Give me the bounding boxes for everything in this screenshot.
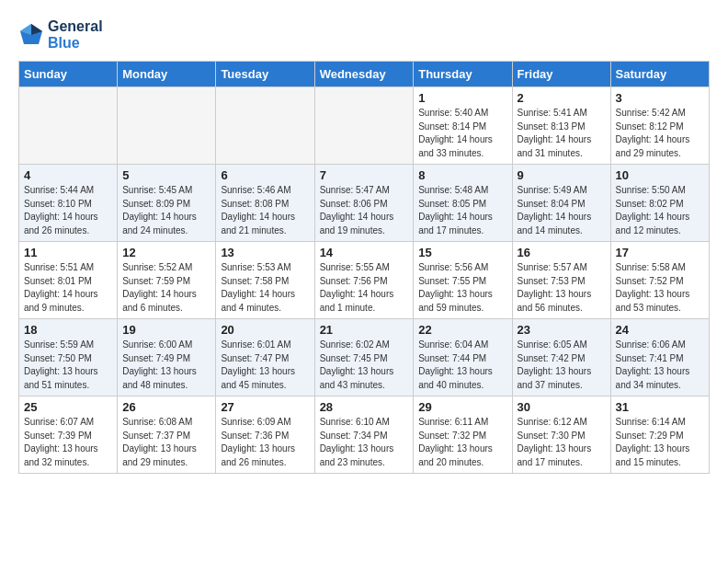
day-info: Sunrise: 5:57 AM Sunset: 7:53 PM Dayligh… bbox=[518, 261, 606, 315]
weekday-header: Wednesday bbox=[314, 62, 414, 87]
calendar-week-row: 11Sunrise: 5:51 AM Sunset: 8:01 PM Dayli… bbox=[19, 242, 710, 319]
calendar-cell: 15Sunrise: 5:56 AM Sunset: 7:55 PM Dayli… bbox=[414, 242, 512, 319]
calendar-cell: 21Sunrise: 6:02 AM Sunset: 7:45 PM Dayli… bbox=[314, 319, 414, 396]
calendar-cell: 3Sunrise: 5:42 AM Sunset: 8:12 PM Daylig… bbox=[610, 87, 709, 165]
calendar-cell: 11Sunrise: 5:51 AM Sunset: 8:01 PM Dayli… bbox=[19, 242, 118, 319]
calendar-cell: 27Sunrise: 6:09 AM Sunset: 7:36 PM Dayli… bbox=[216, 396, 314, 474]
weekday-header: Saturday bbox=[610, 62, 709, 87]
day-info: Sunrise: 5:41 AM Sunset: 8:13 PM Dayligh… bbox=[518, 107, 606, 160]
calendar-cell: 22Sunrise: 6:04 AM Sunset: 7:44 PM Dayli… bbox=[414, 319, 512, 396]
calendar-cell: 9Sunrise: 5:49 AM Sunset: 8:04 PM Daylig… bbox=[512, 165, 610, 242]
day-number: 8 bbox=[418, 168, 506, 182]
calendar: SundayMondayTuesdayWednesdayThursdayFrid… bbox=[18, 61, 710, 474]
day-number: 14 bbox=[320, 246, 409, 259]
day-info: Sunrise: 6:08 AM Sunset: 7:37 PM Dayligh… bbox=[122, 416, 210, 469]
day-number: 16 bbox=[518, 246, 606, 259]
day-info: Sunrise: 5:44 AM Sunset: 8:10 PM Dayligh… bbox=[24, 184, 112, 237]
day-number: 20 bbox=[221, 323, 309, 337]
day-number: 31 bbox=[616, 400, 704, 414]
day-number: 10 bbox=[616, 168, 704, 182]
weekday-header: Friday bbox=[512, 62, 610, 87]
day-info: Sunrise: 6:01 AM Sunset: 7:47 PM Dayligh… bbox=[221, 339, 309, 392]
day-number: 12 bbox=[122, 246, 210, 259]
day-info: Sunrise: 5:56 AM Sunset: 7:55 PM Dayligh… bbox=[418, 261, 506, 315]
calendar-cell: 23Sunrise: 6:05 AM Sunset: 7:42 PM Dayli… bbox=[512, 319, 610, 396]
day-info: Sunrise: 6:12 AM Sunset: 7:30 PM Dayligh… bbox=[518, 416, 606, 469]
day-number: 30 bbox=[518, 400, 606, 414]
calendar-cell: 30Sunrise: 6:12 AM Sunset: 7:30 PM Dayli… bbox=[512, 396, 610, 474]
day-number: 24 bbox=[616, 323, 704, 337]
calendar-cell: 17Sunrise: 5:58 AM Sunset: 7:52 PM Dayli… bbox=[610, 242, 709, 319]
day-info: Sunrise: 5:48 AM Sunset: 8:05 PM Dayligh… bbox=[418, 184, 506, 237]
calendar-header-row: SundayMondayTuesdayWednesdayThursdayFrid… bbox=[19, 62, 710, 87]
day-number: 19 bbox=[122, 323, 210, 337]
calendar-cell bbox=[216, 87, 314, 165]
calendar-cell bbox=[118, 87, 216, 165]
day-number: 11 bbox=[24, 246, 112, 259]
day-number: 6 bbox=[221, 168, 309, 182]
logo-text: General Blue bbox=[48, 18, 103, 52]
calendar-cell: 8Sunrise: 5:48 AM Sunset: 8:05 PM Daylig… bbox=[414, 165, 512, 242]
calendar-cell: 28Sunrise: 6:10 AM Sunset: 7:34 PM Dayli… bbox=[314, 396, 414, 474]
day-number: 22 bbox=[418, 323, 506, 337]
calendar-week-row: 4Sunrise: 5:44 AM Sunset: 8:10 PM Daylig… bbox=[19, 165, 710, 242]
day-number: 29 bbox=[418, 400, 506, 414]
day-info: Sunrise: 5:59 AM Sunset: 7:50 PM Dayligh… bbox=[24, 339, 112, 392]
day-info: Sunrise: 6:09 AM Sunset: 7:36 PM Dayligh… bbox=[221, 416, 309, 469]
day-number: 4 bbox=[24, 168, 112, 182]
calendar-cell: 26Sunrise: 6:08 AM Sunset: 7:37 PM Dayli… bbox=[118, 396, 216, 474]
calendar-cell: 7Sunrise: 5:47 AM Sunset: 8:06 PM Daylig… bbox=[314, 165, 414, 242]
calendar-week-row: 18Sunrise: 5:59 AM Sunset: 7:50 PM Dayli… bbox=[19, 319, 710, 396]
day-number: 28 bbox=[320, 400, 409, 414]
day-number: 23 bbox=[518, 323, 606, 337]
day-number: 17 bbox=[616, 246, 704, 259]
calendar-cell: 19Sunrise: 6:00 AM Sunset: 7:49 PM Dayli… bbox=[118, 319, 216, 396]
day-info: Sunrise: 6:00 AM Sunset: 7:49 PM Dayligh… bbox=[122, 339, 210, 392]
day-number: 27 bbox=[221, 400, 309, 414]
day-info: Sunrise: 5:58 AM Sunset: 7:52 PM Dayligh… bbox=[616, 261, 704, 315]
calendar-cell: 10Sunrise: 5:50 AM Sunset: 8:02 PM Dayli… bbox=[610, 165, 709, 242]
day-info: Sunrise: 6:07 AM Sunset: 7:39 PM Dayligh… bbox=[24, 416, 112, 469]
calendar-cell: 4Sunrise: 5:44 AM Sunset: 8:10 PM Daylig… bbox=[19, 165, 118, 242]
calendar-cell: 25Sunrise: 6:07 AM Sunset: 7:39 PM Dayli… bbox=[19, 396, 118, 474]
logo-icon bbox=[18, 22, 44, 48]
calendar-cell: 14Sunrise: 5:55 AM Sunset: 7:56 PM Dayli… bbox=[314, 242, 414, 319]
day-number: 7 bbox=[320, 168, 409, 182]
day-number: 15 bbox=[418, 246, 506, 259]
day-info: Sunrise: 6:14 AM Sunset: 7:29 PM Dayligh… bbox=[616, 416, 704, 469]
day-number: 21 bbox=[320, 323, 409, 337]
day-info: Sunrise: 5:51 AM Sunset: 8:01 PM Dayligh… bbox=[24, 261, 112, 315]
calendar-cell: 24Sunrise: 6:06 AM Sunset: 7:41 PM Dayli… bbox=[610, 319, 709, 396]
day-number: 5 bbox=[122, 168, 210, 182]
day-info: Sunrise: 6:11 AM Sunset: 7:32 PM Dayligh… bbox=[418, 416, 506, 469]
day-info: Sunrise: 5:40 AM Sunset: 8:14 PM Dayligh… bbox=[418, 107, 506, 160]
weekday-header: Sunday bbox=[19, 62, 118, 87]
day-number: 9 bbox=[518, 168, 606, 182]
calendar-week-row: 1Sunrise: 5:40 AM Sunset: 8:14 PM Daylig… bbox=[19, 87, 710, 165]
day-number: 1 bbox=[418, 91, 506, 105]
day-number: 13 bbox=[221, 246, 309, 259]
calendar-cell bbox=[314, 87, 414, 165]
page: General Blue SundayMondayTuesdayWednesda… bbox=[0, 0, 728, 483]
calendar-cell: 12Sunrise: 5:52 AM Sunset: 7:59 PM Dayli… bbox=[118, 242, 216, 319]
day-info: Sunrise: 5:53 AM Sunset: 7:58 PM Dayligh… bbox=[221, 261, 309, 315]
day-info: Sunrise: 6:04 AM Sunset: 7:44 PM Dayligh… bbox=[418, 339, 506, 392]
day-info: Sunrise: 6:02 AM Sunset: 7:45 PM Dayligh… bbox=[320, 339, 409, 392]
day-number: 25 bbox=[24, 400, 112, 414]
header: General Blue bbox=[18, 18, 710, 52]
calendar-cell: 6Sunrise: 5:46 AM Sunset: 8:08 PM Daylig… bbox=[216, 165, 314, 242]
day-info: Sunrise: 5:47 AM Sunset: 8:06 PM Dayligh… bbox=[320, 184, 409, 237]
calendar-week-row: 25Sunrise: 6:07 AM Sunset: 7:39 PM Dayli… bbox=[19, 396, 710, 474]
day-info: Sunrise: 5:52 AM Sunset: 7:59 PM Dayligh… bbox=[122, 261, 210, 315]
day-number: 3 bbox=[616, 91, 704, 105]
calendar-cell bbox=[19, 87, 118, 165]
calendar-cell: 20Sunrise: 6:01 AM Sunset: 7:47 PM Dayli… bbox=[216, 319, 314, 396]
calendar-cell: 31Sunrise: 6:14 AM Sunset: 7:29 PM Dayli… bbox=[610, 396, 709, 474]
calendar-cell: 5Sunrise: 5:45 AM Sunset: 8:09 PM Daylig… bbox=[118, 165, 216, 242]
weekday-header: Thursday bbox=[414, 62, 512, 87]
weekday-header: Tuesday bbox=[216, 62, 314, 87]
day-info: Sunrise: 5:55 AM Sunset: 7:56 PM Dayligh… bbox=[320, 261, 409, 315]
day-info: Sunrise: 5:42 AM Sunset: 8:12 PM Dayligh… bbox=[616, 107, 704, 160]
day-number: 2 bbox=[518, 91, 606, 105]
day-info: Sunrise: 6:10 AM Sunset: 7:34 PM Dayligh… bbox=[320, 416, 409, 469]
